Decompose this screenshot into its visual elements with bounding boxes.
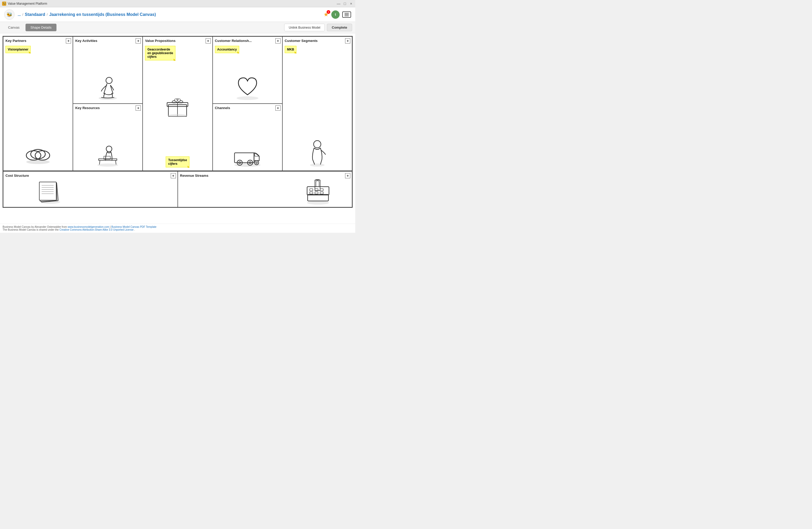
breadcrumb-sep2: / — [47, 13, 48, 16]
gift-illustration — [164, 97, 190, 118]
bmc-bottom: Cost Structure + — [3, 171, 353, 208]
key-partners-sticky-1[interactable]: Visionplanner — [5, 46, 31, 53]
cost-structure-title: Cost Structure — [5, 174, 175, 177]
svg-point-9 — [168, 114, 187, 117]
footer: Business Model Canvas by Alexander Oster… — [0, 224, 355, 233]
svg-point-26 — [256, 162, 257, 163]
svg-point-13 — [97, 163, 118, 167]
user-avatar[interactable]: t — [331, 11, 339, 19]
key-resources-illustration — [95, 144, 121, 167]
footer-link1[interactable]: www.businessmodelgeneration.com — [68, 226, 109, 228]
svg-point-36 — [307, 201, 329, 205]
key-resources-cell: Key Resources + — [73, 104, 143, 171]
person-illustration — [307, 139, 328, 167]
tab-canvas[interactable]: Canvas — [3, 24, 25, 31]
key-resources-add-button[interactable]: + — [135, 105, 141, 111]
key-partners-title: Key Partners — [5, 39, 71, 43]
svg-point-0 — [26, 160, 50, 164]
tabbar: Canvas Shape Details Unlink Business Mod… — [0, 22, 355, 33]
canvas-area: Key Partners + Visionplanner Key Activit… — [0, 33, 355, 224]
titlebar: 🐝 Value Management Platform — □ × — [0, 0, 355, 7]
footer-text1: Business Model Canvas by Alexander Oster… — [3, 226, 68, 228]
breadcrumb: ... / Standaard / Jaarrekening en tussen… — [18, 12, 323, 17]
key-resources-title: Key Resources — [75, 106, 140, 110]
cash-register-illustration — [305, 176, 331, 205]
revenue-streams-cell: Revenue Streams + — [178, 171, 352, 207]
svg-rect-45 — [320, 192, 323, 194]
svg-line-16 — [99, 160, 100, 165]
value-propositions-add-button[interactable]: + — [206, 38, 211, 43]
svg-rect-30 — [39, 182, 56, 200]
window-controls: — □ × — [336, 2, 353, 6]
menu-button[interactable] — [342, 12, 351, 18]
complete-button[interactable]: Complete — [327, 24, 352, 31]
header-actions: ★ 6 t — [323, 11, 351, 19]
header: 🐝 ... / Standaard / Jaarrekening en tuss… — [0, 7, 355, 22]
key-activities-add-button[interactable]: + — [135, 38, 141, 43]
papers-illustration — [39, 178, 62, 204]
star-button[interactable]: ★ 6 — [323, 11, 329, 18]
cost-structure-add-button[interactable]: + — [171, 173, 176, 178]
customer-relationships-sticky-1[interactable]: Accountancy — [215, 46, 239, 53]
rings-illustration — [24, 145, 52, 165]
app-icon: 🐝 — [2, 2, 6, 6]
cost-structure-cell: Cost Structure + — [3, 171, 178, 207]
svg-point-10 — [236, 96, 258, 100]
value-propositions-cell: Value Propositions + Geaccordeerde en ge… — [143, 37, 212, 171]
customer-relationships-title: Customer Relationsh... — [215, 39, 280, 43]
channels-title: Channels — [215, 106, 280, 110]
svg-rect-40 — [310, 189, 313, 191]
tab-actions: Unlink Business Model Complete — [284, 24, 352, 31]
key-partners-cell: Key Partners + Visionplanner — [3, 37, 73, 171]
app-title: Value Management Platform — [8, 2, 47, 5]
channels-add-button[interactable]: + — [275, 105, 280, 111]
footer-text2: The Business Model Canvas is shared unde… — [3, 228, 59, 231]
value-propositions-title: Value Propositions — [145, 39, 210, 43]
breadcrumb-sep1: / — [23, 13, 24, 16]
channels-cell: Channels + — [213, 104, 282, 171]
breadcrumb-current[interactable]: Jaarrekening en tussentijds (Business Mo… — [49, 12, 156, 17]
customer-segments-add-button[interactable]: + — [345, 38, 350, 43]
unlink-business-model-button[interactable]: Unlink Business Model — [284, 24, 324, 31]
svg-rect-42 — [320, 189, 323, 191]
bmc-grid: Key Partners + Visionplanner Key Activit… — [3, 36, 353, 171]
svg-point-11 — [310, 163, 324, 167]
svg-point-5 — [106, 77, 112, 84]
customer-relationships-cell: Customer Relationsh... + Accountancy — [213, 37, 282, 104]
customer-segments-title: Customer Segments — [285, 39, 350, 43]
svg-rect-43 — [310, 192, 313, 194]
footer-text3: . — [134, 228, 135, 231]
footer-link3[interactable]: Creative Commons Attribution-Share Alike… — [59, 228, 133, 231]
customer-segments-cell: Customer Segments + MKB — [282, 37, 352, 171]
revenue-streams-add-button[interactable]: + — [345, 173, 350, 178]
close-button[interactable]: × — [349, 2, 353, 6]
minimize-button[interactable]: — — [336, 2, 341, 6]
svg-point-14 — [106, 146, 112, 152]
key-partners-add-button[interactable]: + — [66, 38, 71, 43]
value-propositions-sticky-1[interactable]: Geaccordeerde en gepubliceerde cijfers — [145, 46, 175, 60]
svg-rect-37 — [308, 195, 329, 201]
value-propositions-sticky-2[interactable]: Tussentijdse cijfers — [166, 156, 189, 167]
key-activities-title: Key Activities — [75, 39, 140, 43]
svg-rect-44 — [315, 192, 318, 194]
svg-line-17 — [116, 160, 116, 165]
key-activities-cell: Key Activities + — [73, 37, 143, 104]
tab-shape-details[interactable]: Shape Details — [26, 24, 57, 31]
svg-rect-15 — [99, 159, 117, 160]
footer-link2[interactable]: Business Model Canvas PDF Template — [111, 226, 156, 228]
app-logo: 🐝 — [4, 9, 15, 20]
maximize-button[interactable]: □ — [343, 2, 347, 6]
truck-illustration — [232, 146, 263, 167]
customer-relationships-add-button[interactable]: + — [275, 38, 280, 43]
svg-point-3 — [35, 151, 50, 160]
breadcrumb-dots[interactable]: ... — [18, 13, 21, 17]
heart-illustration — [233, 75, 262, 100]
star-count: 6 — [327, 10, 330, 14]
svg-point-12 — [314, 141, 321, 148]
breadcrumb-standard[interactable]: Standaard — [25, 12, 45, 17]
svg-rect-38 — [315, 180, 320, 190]
key-activities-illustration — [96, 75, 119, 100]
customer-segments-sticky-1[interactable]: MKB — [285, 46, 296, 53]
